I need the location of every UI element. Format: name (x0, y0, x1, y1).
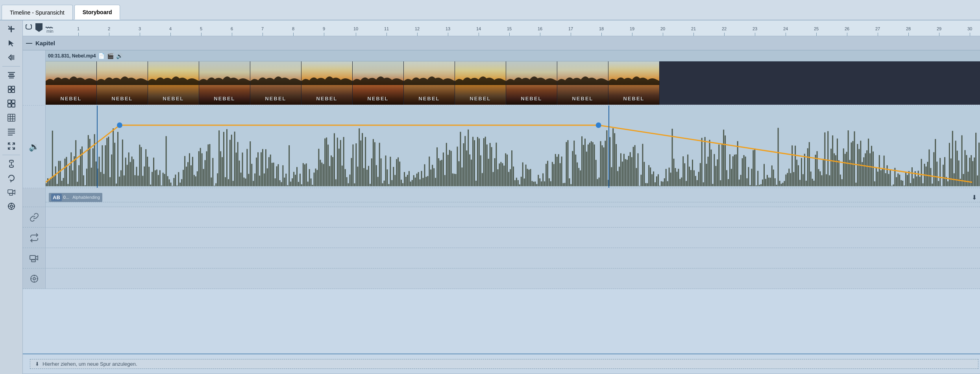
svg-rect-341 (502, 163, 503, 186)
svg-rect-188 (264, 174, 265, 186)
svg-rect-608 (918, 171, 919, 186)
svg-rect-351 (518, 180, 519, 186)
speed-icon-track[interactable] (23, 268, 46, 289)
svg-rect-222 (316, 170, 318, 186)
svg-rect-307 (449, 150, 450, 186)
svg-rect-617 (932, 183, 933, 186)
multicam-icon-track[interactable] (23, 248, 46, 268)
chapter-collapse-icon[interactable]: — (26, 40, 32, 47)
svg-rect-316 (463, 143, 464, 186)
drop-zone-inner[interactable]: ⬇ Hierher ziehen, um neue Spur anzulegen… (30, 359, 978, 369)
svg-rect-503 (754, 148, 755, 186)
svg-rect-441 (658, 174, 659, 186)
ruler-tick-27: 27 (875, 20, 880, 36)
svg-rect-468 (700, 163, 701, 186)
svg-rect-132 (176, 185, 178, 186)
ruler-tick-10: 10 (353, 20, 358, 36)
svg-rect-379 (561, 157, 562, 186)
effect-name: Alphablending (72, 195, 100, 200)
expand-icon[interactable] (4, 140, 18, 152)
svg-rect-92 (114, 143, 115, 186)
svg-rect-147 (200, 148, 201, 186)
svg-rect-551 (829, 175, 830, 186)
audio-track-content[interactable] (46, 106, 980, 188)
svg-rect-361 (533, 182, 534, 186)
svg-rect-400 (594, 144, 595, 186)
svg-rect-155 (212, 158, 213, 186)
keyframe-dot-2[interactable] (596, 122, 601, 128)
svg-rect-7 (9, 74, 14, 75)
svg-rect-207 (293, 172, 294, 186)
svg-rect-217 (309, 169, 310, 186)
audio-track-row: 🔉 (23, 106, 980, 188)
svg-rect-476 (712, 184, 713, 186)
effect-chip[interactable]: AB 0... Alphablending (49, 193, 102, 202)
svg-rect-365 (539, 178, 540, 186)
group-icon[interactable] (4, 97, 18, 110)
pointer-icon[interactable] (4, 37, 18, 50)
empty-track-2 (23, 228, 980, 248)
wave-icon[interactable] (45, 23, 54, 33)
track-list-icon[interactable] (4, 126, 18, 138)
link-track-icon[interactable] (4, 157, 18, 170)
svg-rect-289 (421, 171, 422, 186)
svg-rect-140 (189, 153, 190, 186)
svg-rect-205 (290, 181, 291, 186)
svg-rect-8 (8, 76, 15, 77)
svg-rect-79 (94, 134, 95, 186)
svg-rect-603 (910, 183, 911, 186)
svg-rect-349 (514, 180, 516, 186)
link-icon-track[interactable] (23, 207, 46, 227)
svg-rect-148 (202, 153, 203, 186)
speed-track-icon[interactable] (4, 200, 18, 213)
cut-icon[interactable] (4, 23, 18, 35)
magnet-icon[interactable] (24, 23, 33, 33)
svg-rect-449 (670, 172, 671, 186)
svg-rect-214 (304, 165, 305, 186)
align-top-icon[interactable] (4, 69, 18, 81)
svg-rect-303 (443, 152, 444, 186)
multicam-icon[interactable] (4, 186, 18, 198)
loop-track-icon[interactable] (4, 172, 18, 184)
tab-timeline[interactable]: Timeline - Spuransicht (2, 5, 73, 20)
svg-rect-219 (312, 185, 313, 186)
svg-rect-499 (748, 167, 749, 186)
svg-rect-334 (491, 147, 492, 186)
svg-rect-419 (623, 154, 625, 186)
svg-rect-120 (158, 175, 159, 186)
svg-rect-382 (566, 142, 567, 186)
svg-rect-440 (656, 176, 657, 186)
keyframe-dot-1[interactable] (117, 122, 122, 128)
svg-rect-624 (943, 165, 944, 186)
svg-rect-325 (477, 137, 478, 186)
snap-icon[interactable] (4, 83, 18, 96)
svg-rect-377 (558, 154, 559, 186)
svg-rect-364 (538, 175, 539, 186)
svg-rect-272 (394, 175, 396, 186)
ruler-tick-19: 19 (630, 20, 634, 36)
table-icon[interactable] (4, 111, 18, 124)
playhead-icon[interactable] (35, 23, 43, 33)
svg-rect-550 (827, 131, 828, 186)
svg-rect-538 (809, 142, 810, 186)
svg-rect-327 (480, 156, 481, 186)
svg-rect-629 (950, 158, 952, 186)
ripple-icon[interactable] (4, 51, 18, 64)
svg-rect-315 (461, 167, 462, 186)
svg-rect-282 (410, 181, 411, 186)
svg-rect-478 (715, 166, 716, 186)
svg-rect-519 (779, 181, 780, 186)
svg-rect-534 (802, 174, 804, 186)
svg-rect-227 (324, 139, 325, 186)
svg-rect-284 (413, 175, 414, 186)
ruler: min // We'll generate ruler ticks in the… (23, 20, 980, 36)
svg-rect-185 (259, 176, 260, 186)
loop-icon-track[interactable] (23, 228, 46, 248)
svg-rect-625 (944, 157, 945, 186)
svg-rect-491 (736, 154, 737, 186)
svg-rect-401 (595, 160, 597, 186)
tab-storyboard[interactable]: Storyboard (74, 5, 120, 20)
svg-rect-110 (142, 176, 143, 186)
svg-rect-179 (250, 141, 251, 186)
svg-rect-643 (972, 161, 973, 186)
